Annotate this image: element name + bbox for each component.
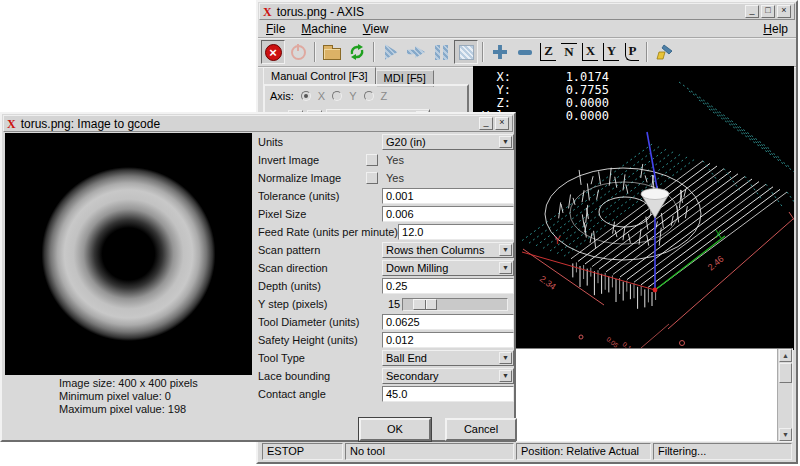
scan-direction-combo[interactable]: Down Milling▼	[382, 260, 514, 276]
letter-y-icon: Y	[603, 43, 619, 61]
image-size-text: Image size: 400 x 400 pixels	[59, 377, 198, 390]
pixel-size-input[interactable]: 0.006	[382, 206, 514, 222]
form-row-scan-pattern: Scan pattern Rows then Columns▼	[258, 241, 514, 259]
tool-type-combo[interactable]: Ball End▼	[382, 350, 514, 366]
minimize-button[interactable]: _	[745, 5, 759, 18]
clear-plot-button[interactable]	[652, 40, 676, 64]
chevron-down-icon: ▼	[499, 136, 512, 148]
y-axis-label: Y	[554, 235, 561, 246]
zoom-out-button[interactable]	[513, 40, 537, 64]
safety-height-input[interactable]: 0.012	[382, 332, 514, 348]
form-row-contact-angle: Contact angle 45.0	[258, 385, 514, 403]
form-row-normalize: Normalize Image Yes	[258, 169, 514, 187]
letter-p-icon: P	[625, 43, 640, 61]
scroll-thumb[interactable]	[779, 363, 792, 383]
axis-y-label: Y	[349, 90, 356, 102]
view-p-button[interactable]: P	[622, 41, 642, 63]
chevron-down-icon: ▼	[499, 370, 512, 382]
menu-help[interactable]: Help	[763, 22, 788, 36]
axis-label: Axis:	[270, 90, 294, 102]
normalize-image-checkbox[interactable]	[366, 172, 378, 184]
toolbar-separator	[373, 42, 375, 62]
step-button[interactable]	[404, 40, 428, 64]
pause-button[interactable]	[429, 40, 453, 64]
toolbar: × Z N X Y P	[258, 38, 796, 67]
form-row-depth: Depth (units) 0.25	[258, 277, 514, 295]
power-button[interactable]	[286, 40, 310, 64]
view-x-button[interactable]: X	[580, 41, 600, 63]
axis-titlebar[interactable]: X torus.png - AXIS _ □ ×	[259, 3, 795, 20]
menu-file[interactable]: File	[266, 22, 285, 36]
run-icon	[385, 44, 398, 60]
form-row-safety-height: Safety Height (units) 0.012	[258, 331, 514, 349]
brush-icon	[654, 43, 674, 61]
close-button[interactable]: ×	[777, 5, 791, 18]
invert-image-checkbox[interactable]	[366, 154, 378, 166]
power-icon	[291, 45, 306, 60]
tool-diameter-input[interactable]: 0.0625	[382, 314, 514, 330]
view-z2-button[interactable]: N	[559, 41, 579, 63]
status-tool: No tool	[345, 443, 514, 460]
dro-line-x: X:1.0174	[473, 70, 609, 84]
zoom-out-icon	[518, 50, 532, 55]
form-row-tool-type: Tool Type Ball End▼	[258, 349, 514, 367]
preview-panel[interactable]: 2.34 2.46 0.05 0.10 Y X	[473, 66, 794, 350]
image-preview-panel	[5, 133, 252, 375]
scrollbar[interactable]: ▲ ▼	[777, 349, 792, 441]
chevron-down-icon: ▼	[499, 244, 512, 256]
stop-icon	[459, 45, 474, 60]
minimize-button[interactable]: _	[479, 117, 493, 130]
maximize-button[interactable]: □	[761, 5, 775, 18]
axis-z-label: Z	[381, 90, 388, 102]
open-folder-icon	[323, 48, 341, 60]
axis-x-radio[interactable]	[301, 91, 311, 101]
form-row-tool-diameter: Tool Diameter (units) 0.0625	[258, 313, 514, 331]
depth-input[interactable]: 0.25	[382, 278, 514, 294]
y-step-slider[interactable]	[402, 298, 508, 311]
close-button[interactable]: ×	[495, 117, 509, 130]
menu-machine[interactable]: Machine	[301, 22, 346, 36]
image-info: Image size: 400 x 400 pixels Minimum pix…	[59, 377, 198, 416]
lace-bounding-combo[interactable]: Secondary▼	[382, 368, 514, 384]
dro-line-z: Z:0.0000	[473, 96, 609, 110]
scroll-up-icon[interactable]: ▲	[779, 349, 792, 362]
feed-rate-input[interactable]: 12.0	[398, 224, 514, 240]
image-to-gcode-dialog: X torus.png: Image to gcode _ × Image si…	[0, 112, 516, 442]
run-button[interactable]	[379, 40, 403, 64]
axis-z-radio[interactable]	[364, 91, 374, 101]
dro-line-y: Y:0.7755	[473, 83, 609, 97]
estop-button[interactable]: ×	[261, 40, 285, 64]
toolbar-separator	[646, 42, 648, 62]
dialog-titlebar[interactable]: X torus.png: Image to gcode _ ×	[3, 115, 513, 132]
tolerance-input[interactable]: 0.001	[382, 188, 514, 204]
axis-y-radio[interactable]	[332, 91, 342, 101]
view-y-button[interactable]: Y	[601, 41, 621, 63]
dialog-title: torus.png: Image to gcode	[21, 117, 160, 131]
cancel-button[interactable]: Cancel	[445, 418, 517, 441]
contact-angle-input[interactable]: 45.0	[382, 386, 514, 402]
reload-button[interactable]	[345, 40, 369, 64]
open-file-button[interactable]	[320, 40, 344, 64]
stop-button[interactable]	[454, 40, 478, 64]
toolbar-separator	[314, 42, 316, 62]
ok-button[interactable]: OK	[359, 418, 431, 441]
reload-icon	[348, 43, 366, 61]
form-row-invert: Invert Image Yes	[258, 151, 514, 169]
status-estop: ESTOP	[262, 443, 343, 460]
scan-pattern-combo[interactable]: Rows then Columns▼	[382, 242, 514, 258]
units-combo[interactable]: G20 (in)▼	[382, 134, 514, 150]
letter-x-icon: X	[582, 43, 598, 61]
image-max-text: Maximum pixel value: 198	[59, 403, 198, 416]
slider-thumb[interactable]	[413, 299, 437, 310]
x-axis-label: X	[715, 229, 722, 240]
zoom-in-button[interactable]	[488, 40, 512, 64]
scroll-down-icon[interactable]: ▼	[779, 428, 792, 441]
letter-z-icon: Z	[540, 43, 556, 61]
menu-view[interactable]: View	[363, 22, 389, 36]
statusbar: ESTOP No tool Position: Relative Actual …	[262, 443, 792, 460]
view-z-button[interactable]: Z	[538, 41, 558, 63]
menubar: File Machine View Help	[258, 21, 796, 38]
step-icon	[407, 46, 425, 58]
chevron-down-icon: ▼	[499, 262, 512, 274]
y-step-value: 15	[382, 298, 402, 310]
